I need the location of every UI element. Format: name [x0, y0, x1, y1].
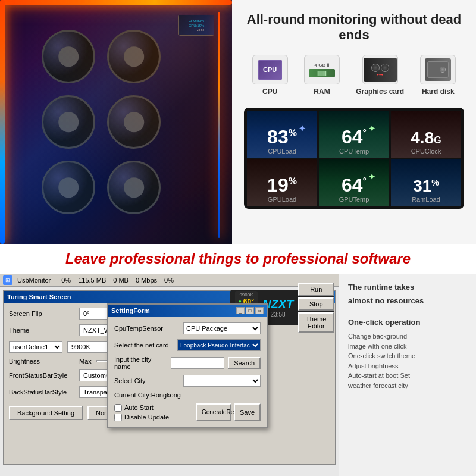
- city-name-row: Input the city name Search: [114, 356, 261, 370]
- preview-time: 23:58: [271, 311, 286, 318]
- gpu-load-unit: %: [289, 176, 297, 186]
- disable-update-label: Disable Update: [124, 414, 169, 421]
- ram-load-value: 31%: [413, 178, 439, 195]
- settings-dialog: SettingForm _ □ × CpuTempSensor CPU Pack…: [107, 303, 268, 428]
- top-section: CPU:83% GPU:19% 23:58 All-round monitori…: [0, 0, 476, 244]
- cpu-temp-sensor-label: CpuTempSensor: [114, 325, 180, 332]
- case-display: CPU:83% GPU:19% 23:58: [178, 15, 214, 36]
- cpu-clock-label: CPUClock: [411, 148, 441, 155]
- dialog-action-buttons[interactable]: GenerateReport Save: [196, 403, 261, 421]
- run-button[interactable]: Run: [298, 283, 334, 296]
- pc-case: CPU:83% GPU:19% 23:58: [12, 12, 220, 238]
- stats-panel: 83% ✦ CPULoad 64° ✦ CPUTemp 4.8G CPUCloc…: [244, 108, 464, 209]
- gpu-icon-box: ●●●: [362, 55, 398, 84]
- cpu-temp-sensor-row: CpuTempSensor CPU Package: [114, 322, 261, 334]
- run-stop-buttons[interactable]: Run Stop Theme Editor: [298, 283, 334, 333]
- bg-setting-button[interactable]: Background Setting: [9, 406, 83, 420]
- gpu-brand-icon: ●●●: [377, 73, 383, 76]
- stat-cell-cpu-load: 83% ✦ CPULoad: [247, 111, 317, 158]
- hdd-platter: [440, 67, 446, 73]
- monitor-item-ram: 4 GB ▮ |||||||| RAM: [304, 55, 340, 96]
- net-card-label: Select the net card: [114, 342, 174, 349]
- search-button[interactable]: Search: [228, 357, 261, 369]
- city-name-input[interactable]: [171, 357, 224, 369]
- select-city-row: Select City: [114, 375, 261, 387]
- user-define-select[interactable]: userDefine1: [9, 341, 62, 353]
- case-display-inner: CPU:83% GPU:19% 23:58: [179, 15, 214, 35]
- dialog-checkboxes: Auto Start Disable Update: [114, 404, 169, 421]
- dialog-minimize-button[interactable]: _: [236, 307, 245, 314]
- hdd-monitor-label: Hard disk: [422, 87, 455, 96]
- dialog-maximize-button[interactable]: □: [246, 307, 254, 314]
- fan-4: [107, 95, 161, 149]
- select-city-label: Select City: [114, 377, 180, 384]
- cpu-clock-value: 4.8G: [411, 130, 441, 146]
- cpu-load-value: 83% ✦: [267, 127, 297, 146]
- cpu-clock-unit: G: [434, 135, 441, 145]
- cpu-temp-star-icon: ✦: [368, 124, 375, 133]
- rgb-right: [218, 12, 220, 238]
- select-city-select[interactable]: [183, 375, 261, 387]
- theme-editor-button[interactable]: Theme Editor: [298, 312, 334, 333]
- dialog-title: SettingForm: [111, 307, 150, 314]
- stat-cell-gpu-load: 19% GPULoad: [247, 159, 317, 206]
- fan-1: [42, 30, 95, 83]
- generate-report-button[interactable]: GenerateReport: [196, 403, 231, 421]
- hdd-icon: [425, 58, 451, 81]
- taskbar-stat-disk: 0 MB: [113, 277, 129, 284]
- fan-6: [107, 161, 161, 214]
- cpu-temp-value: 64° ✦: [342, 127, 367, 146]
- auto-start-row: Auto Start: [114, 404, 169, 412]
- monitor-item-hdd: Hard disk: [420, 55, 456, 96]
- brightness-label: Brightness: [9, 358, 74, 365]
- cpu-load-unit: %: [289, 128, 297, 138]
- taskbar-title: UsbMonitor: [17, 277, 51, 284]
- monitoring-title: All-round monitoring without dead ends: [244, 12, 464, 43]
- cpu-temp-unit: °: [363, 128, 367, 138]
- middle-section: Leave professional things to professiona…: [0, 244, 476, 274]
- gpu-temp-star-icon: ✦: [368, 173, 375, 181]
- cpu-label-icon: CPU: [263, 66, 277, 73]
- cpu-temp-sensor-select[interactable]: CPU Package: [183, 322, 261, 334]
- disable-update-checkbox[interactable]: [114, 414, 122, 421]
- dialog-body: CpuTempSensor CPU Package Select the net…: [108, 317, 267, 427]
- preview-cpu-label: 9900K: [239, 292, 254, 298]
- taskbar: ⊞ UsbMonitor 0% 115.5 MB 0 MB 0 Mbps 0%: [0, 274, 339, 287]
- save-button[interactable]: Save: [234, 403, 261, 421]
- gpu-temp-label: GPUTemp: [339, 196, 369, 203]
- taskbar-stat-net: 0 Mbps: [136, 277, 157, 284]
- front-status-label: FrontStatusBarStyle: [9, 372, 74, 379]
- monitor-item-gpu: ●●● Graphics card: [356, 55, 404, 96]
- back-status-label: BackStatusBarStyle: [9, 389, 74, 396]
- cpu-load-label: CPULoad: [268, 148, 296, 155]
- dialog-close-button[interactable]: ×: [255, 307, 264, 314]
- screen-flip-label: Screen Flip: [9, 310, 74, 317]
- gpu-load-value: 19%: [267, 176, 297, 195]
- monitor-item-cpu: CPU CPU: [252, 55, 288, 96]
- ram-size-text: 4 GB ▮: [315, 62, 330, 68]
- city-name-label: Input the city name: [114, 356, 167, 370]
- pc-image: CPU:83% GPU:19% 23:58: [0, 0, 232, 244]
- stop-button[interactable]: Stop: [298, 298, 334, 311]
- net-card-select[interactable]: Loopback Pseudo-Interface 1: [177, 339, 261, 351]
- gpu-icon: ●●●: [364, 58, 397, 82]
- taskbar-icon-symbol: ⊞: [5, 277, 10, 283]
- gpu-temp-value: 64° ✦: [342, 176, 367, 195]
- hdd-visual: [427, 61, 449, 78]
- dialog-controls[interactable]: _ □ ×: [236, 307, 264, 314]
- ram-icon: ||||||||: [309, 69, 335, 77]
- auto-start-checkbox[interactable]: [114, 404, 122, 412]
- cpu-monitor-label: CPU: [262, 87, 277, 96]
- window-title: Turing Smart Screen: [7, 293, 71, 300]
- ram-icon-wrapper: 4 GB ▮ ||||||||: [309, 62, 335, 77]
- right-title-2: One-click operation: [348, 318, 467, 327]
- cpu-temp-label: CPUTemp: [339, 148, 369, 155]
- gpu-monitor-label: Graphics card: [356, 87, 404, 96]
- hdd-body: [427, 61, 449, 78]
- fan-2: [107, 30, 161, 83]
- right-panel: The runtime takes almost no resources On…: [339, 274, 476, 476]
- ram-monitor-label: RAM: [314, 87, 330, 96]
- theme-label: Theme: [9, 327, 74, 334]
- cpu-icon: CPU: [258, 60, 282, 80]
- auto-start-label: Auto Start: [124, 404, 154, 411]
